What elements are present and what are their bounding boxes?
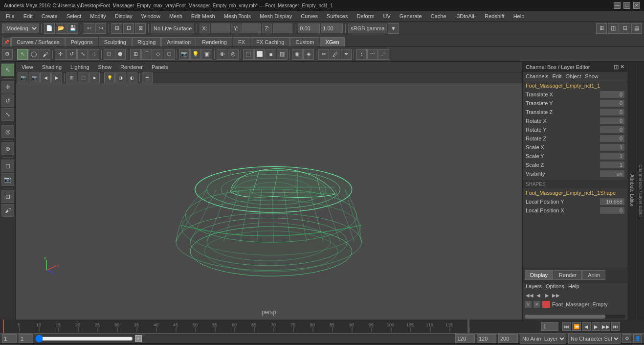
layer-next-icon[interactable]: ▶ (543, 291, 551, 299)
vp-light-btn[interactable]: 💡 (104, 72, 115, 83)
z-input[interactable] (273, 23, 292, 33)
snap-btn[interactable]: ⊞ (111, 23, 122, 34)
y-input[interactable] (242, 23, 261, 33)
undo-btn[interactable]: ↩ (84, 23, 94, 34)
snap-to-point-btn[interactable]: ◇ (153, 49, 163, 60)
tab-rendering[interactable]: Rendering (197, 37, 232, 46)
channel-value[interactable]: 1 (600, 144, 624, 151)
menu-item-edit-mesh[interactable]: Edit Mesh (187, 12, 219, 20)
shading-menu[interactable]: Shading (38, 63, 66, 71)
vp-step2-btn[interactable]: ▶ (51, 72, 62, 83)
paint-skin-btn[interactable]: ✏ (318, 49, 329, 60)
vp-ao-btn[interactable]: ◐ (127, 72, 137, 83)
vp-cam-btn[interactable]: 📷 (18, 72, 28, 83)
light-btn[interactable]: 💡 (190, 49, 201, 60)
menu-item--3dtoall-[interactable]: -3DtoAll- (451, 12, 480, 20)
vp-shadow-btn[interactable]: ◑ (115, 72, 126, 83)
anim-options-btn[interactable]: ⚙ (622, 334, 631, 343)
vp-step-btn[interactable]: ◀ (40, 72, 51, 83)
menu-item-modify[interactable]: Modify (86, 12, 110, 20)
scale-tool-btn[interactable]: ⤡ (77, 49, 88, 60)
menu-item-mesh[interactable]: Mesh (165, 12, 186, 20)
save-btn[interactable]: 💾 (67, 23, 78, 34)
open-btn[interactable]: 📂 (56, 23, 67, 34)
tab-fx[interactable]: FX (233, 37, 250, 46)
pb-last-btn[interactable]: ⏭ (611, 322, 620, 331)
menu-item-select[interactable]: Select (63, 12, 86, 20)
cb-expand-icon[interactable]: ◫ (614, 64, 619, 70)
panels-menu[interactable]: Panels (148, 63, 172, 71)
rivet-btn[interactable]: ◉ (292, 49, 303, 60)
cb-bottom-tab-display[interactable]: Display (525, 270, 553, 280)
end-frame-input[interactable] (455, 334, 475, 343)
tab-fx-caching[interactable]: FX Caching (251, 37, 289, 46)
tab-rigging[interactable]: Rigging (132, 37, 161, 46)
shaded-btn[interactable]: ■ (266, 49, 276, 60)
cb-bottom-tab-anim[interactable]: Anim (582, 270, 605, 280)
layer-prev-icon[interactable]: ◀ (534, 291, 542, 299)
lighting-menu[interactable]: Lighting (67, 63, 93, 71)
tab-sculpting[interactable]: Sculpting (99, 37, 132, 46)
channel-value[interactable]: 0 (600, 91, 624, 98)
object-menu[interactable]: Object (565, 73, 581, 79)
select-tool-btn[interactable]: ↖ (17, 49, 28, 60)
vp-wire-btn[interactable]: ⬚ (78, 72, 89, 83)
menu-item-redshift[interactable]: Redshift (481, 12, 508, 20)
tab-xgen[interactable]: XGen (320, 37, 344, 46)
menu-item-cache[interactable]: Cache (427, 12, 450, 20)
maximize-button[interactable]: □ (623, 2, 630, 9)
channel-value[interactable]: on (600, 170, 624, 177)
lasoo-select-btn[interactable]: ◻ (1, 160, 14, 172)
crease-btn[interactable]: ⋮ (356, 49, 367, 60)
select-arrow-btn[interactable]: ↖ (1, 64, 14, 76)
tab-curves---surfaces[interactable]: Curves / Surfaces (11, 37, 65, 46)
start-frame-input[interactable] (2, 334, 17, 343)
layer-menu-options[interactable]: Options (546, 283, 564, 289)
close-button[interactable]: ✕ (633, 2, 640, 9)
show-hide-btn[interactable]: 👁 (217, 49, 227, 60)
workspace-selector[interactable]: Modeling (2, 23, 39, 33)
menu-item-generate[interactable]: Generate (396, 12, 426, 20)
show-menu[interactable]: Show (94, 63, 116, 71)
layer-first-icon[interactable]: ◀◀ (526, 291, 533, 299)
tab-custom[interactable]: Custom (290, 37, 320, 46)
paint2-btn[interactable]: ✒ (341, 49, 352, 60)
menu-item-mesh-display[interactable]: Mesh Display (256, 12, 296, 20)
menu-item-file[interactable]: File (2, 12, 19, 20)
move-btn[interactable]: ✛ (1, 81, 14, 93)
rivet2-btn[interactable]: ◈ (303, 49, 314, 60)
render-region-btn[interactable]: ▣ (201, 49, 212, 60)
wireframe-btn[interactable]: ⬜ (254, 49, 265, 60)
settings-gear-icon[interactable]: ⚙ (2, 49, 13, 60)
channel-box-side-tab[interactable]: Channel Box / Layer Editor (636, 62, 644, 320)
cb-close-icon[interactable]: ✕ (620, 64, 624, 70)
shape-channel-value[interactable]: 0 (600, 207, 624, 214)
cb-bottom-tab-render[interactable]: Render (554, 270, 582, 280)
deform-btn[interactable]: ⬢ (115, 49, 126, 60)
xray-btn[interactable]: ⬚ (243, 49, 254, 60)
current-frame-input[interactable] (19, 334, 33, 343)
timeline-ruler[interactable]: 5 10 15 20 25 30 35 40 45 50 55 60 65 (0, 320, 644, 333)
pb-back-btn[interactable]: ◀ (582, 322, 591, 331)
vp-grid-btn[interactable]: ⊞ (67, 72, 77, 83)
menu-item-deform[interactable]: Deform (353, 12, 378, 20)
snap3-btn[interactable]: ⊠ (135, 23, 146, 34)
menu-item-window[interactable]: Window (137, 12, 164, 20)
layout-btn4[interactable]: ▤ (631, 23, 642, 34)
char-options-btn[interactable]: 👤 (633, 334, 642, 343)
layout-btn2[interactable]: ◫ (608, 23, 619, 34)
vp-hud-btn[interactable]: ☰ (142, 72, 153, 83)
tab-animation[interactable]: Animation (161, 37, 196, 46)
shape-channel-value[interactable]: 10.658 (600, 198, 624, 205)
snap-to-grid-btn[interactable]: ⊞ (130, 49, 141, 60)
cmd-script-icon[interactable]: ⌨ (632, 344, 644, 345)
show-menu[interactable]: Show (585, 73, 599, 79)
channel-value[interactable]: 0 (600, 100, 624, 107)
menu-item-uv[interactable]: UV (379, 12, 395, 20)
menu-item-help[interactable]: Help (510, 12, 529, 20)
menu-item-edit[interactable]: Edit (20, 12, 37, 20)
channel-value[interactable]: 1 (600, 153, 624, 160)
move-tool-btn[interactable]: ✛ (55, 49, 66, 60)
paint-select-btn[interactable]: 🖌 (40, 49, 50, 60)
viewport[interactable]: x y z persp (16, 83, 522, 320)
